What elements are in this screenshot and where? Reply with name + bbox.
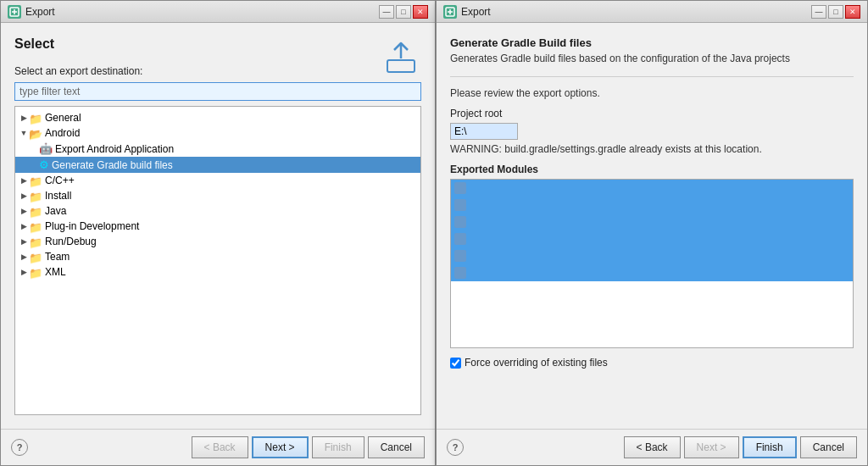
left-window-title: Export (25, 6, 55, 18)
module-icon-4 (454, 250, 466, 262)
module-item-2[interactable] (451, 214, 853, 230)
tree-item-plugin[interactable]: ▶ 📁 Plug-in Development (15, 219, 420, 234)
label-team: Team (45, 251, 70, 263)
module-text-4 (470, 250, 472, 262)
folder-icon-cpp: 📁 (29, 175, 42, 186)
left-window-icon (8, 5, 21, 19)
left-maximize-btn[interactable]: □ (396, 5, 411, 19)
left-page-title: Select (14, 36, 421, 52)
toggle-android[interactable]: ▼ (19, 128, 29, 138)
right-minimize-btn[interactable]: — (811, 5, 826, 19)
module-item-4[interactable] (451, 247, 853, 264)
label-export-android: Export Android Application (55, 143, 174, 155)
tree-item-export-android[interactable]: 🤖 Export Android Application (15, 141, 420, 157)
toggle-general[interactable]: ▶ (19, 113, 29, 123)
divider (450, 76, 854, 77)
left-title-bar: Export — □ ✕ (1, 1, 435, 23)
folder-icon-rundebug: 📁 (29, 236, 42, 247)
project-root-row: Project root (450, 108, 854, 119)
tree-item-android[interactable]: ▼ 📂 Android (15, 125, 420, 141)
tree-item-java[interactable]: ▶ 📁 Java (15, 203, 420, 219)
export-icon-container (381, 36, 421, 80)
left-window-content: Select Select an export destination: ▶ 📁… (1, 23, 435, 429)
modules-label: Exported Modules (450, 164, 854, 175)
force-override-row[interactable]: Force overriding of existing files (450, 357, 854, 369)
right-help-button[interactable]: ? (447, 439, 464, 456)
module-item-1[interactable] (451, 197, 853, 214)
folder-icon-plugin: 📁 (29, 221, 42, 231)
toggle-team[interactable]: ▶ (19, 252, 29, 262)
tree-item-rundebug[interactable]: ▶ 📁 Run/Debug (15, 234, 420, 249)
left-title-buttons: — □ ✕ (379, 5, 428, 19)
toggle-plugin[interactable]: ▶ (19, 221, 29, 231)
toggle-java[interactable]: ▶ (19, 206, 29, 216)
project-root-label: Project root (450, 108, 509, 119)
module-text-2 (470, 216, 472, 228)
toggle-install[interactable]: ▶ (19, 191, 29, 201)
label-android: Android (45, 127, 80, 139)
label-cpp: C/C++ (45, 175, 75, 186)
module-icon-2 (454, 216, 466, 228)
module-item-3[interactable] (451, 230, 853, 247)
right-title-bar: Export — □ ✕ (437, 1, 867, 23)
force-override-label[interactable]: Force overriding of existing files (465, 357, 608, 369)
toggle-rundebug[interactable]: ▶ (19, 236, 29, 247)
right-back-button[interactable]: < Back (624, 436, 681, 458)
module-text-0 (470, 182, 472, 194)
folder-icon-xml: 📁 (29, 267, 42, 277)
folder-icon-team: 📁 (29, 252, 42, 262)
right-next-button[interactable]: Next > (684, 436, 739, 458)
force-override-checkbox[interactable] (450, 358, 461, 369)
label-plugin: Plug-in Development (45, 220, 139, 232)
right-nav-buttons: < Back Next > Finish Cancel (624, 436, 857, 458)
section-label: Select an export destination: (14, 65, 421, 77)
right-close-btn[interactable]: ✕ (845, 5, 860, 19)
modules-list[interactable] (450, 179, 854, 348)
tree-item-generate-gradle[interactable]: ⚙ Generate Gradle build files (15, 157, 420, 173)
tree-item-install[interactable]: ▶ 📁 Install (15, 188, 420, 203)
spacer-gradle (29, 160, 39, 170)
left-help-button[interactable]: ? (11, 439, 28, 456)
right-window-icon (443, 5, 457, 19)
module-text-3 (470, 233, 472, 245)
svg-rect-1 (387, 60, 415, 72)
module-icon-1 (454, 199, 466, 211)
left-back-button[interactable]: < Back (192, 436, 248, 458)
module-item-5[interactable] (451, 264, 853, 281)
tree-item-general[interactable]: ▶ 📁 General (15, 110, 420, 125)
tree-item-team[interactable]: ▶ 📁 Team (15, 249, 420, 264)
right-maximize-btn[interactable]: □ (828, 5, 843, 19)
right-window-title: Export (461, 6, 491, 18)
left-button-bar: ? < Back Next > Finish Cancel (1, 429, 435, 465)
left-close-btn[interactable]: ✕ (413, 5, 428, 19)
warning-text: WARNING: build.gradle/settings.gradle al… (450, 143, 854, 155)
module-text-5 (470, 267, 472, 279)
gradle-icon: ⚙ (39, 158, 49, 171)
generate-desc: Generates Gradle build files based on th… (450, 53, 854, 64)
project-root-input[interactable] (450, 123, 518, 140)
tree-item-cpp[interactable]: ▶ 📁 C/C++ (15, 173, 420, 188)
folder-icon-android: 📂 (29, 128, 42, 138)
android-app-icon: 🤖 (39, 142, 53, 155)
module-icon-0 (454, 182, 466, 194)
label-install: Install (45, 190, 71, 202)
module-item-0[interactable] (451, 180, 853, 197)
label-generate-gradle: Generate Gradle build files (52, 159, 173, 171)
right-cancel-button[interactable]: Cancel (800, 436, 857, 458)
tree-item-xml[interactable]: ▶ 📁 XML (15, 264, 420, 280)
module-text-1 (470, 199, 472, 211)
left-finish-button[interactable]: Finish (312, 436, 364, 458)
toggle-cpp[interactable]: ▶ (19, 175, 29, 186)
right-title-left: Export (443, 5, 491, 19)
project-root-input-row (450, 123, 854, 140)
left-export-window: Export — □ ✕ Select Select an export des… (0, 0, 436, 466)
left-cancel-button[interactable]: Cancel (368, 436, 425, 458)
toggle-xml[interactable]: ▶ (19, 267, 29, 277)
right-finish-button[interactable]: Finish (743, 436, 797, 458)
left-next-button[interactable]: Next > (252, 436, 309, 458)
right-title-buttons: — □ ✕ (811, 5, 860, 19)
right-button-bar: ? < Back Next > Finish Cancel (437, 429, 867, 465)
left-minimize-btn[interactable]: — (379, 5, 394, 19)
folder-icon-install: 📁 (29, 191, 42, 201)
filter-input[interactable] (14, 82, 421, 101)
